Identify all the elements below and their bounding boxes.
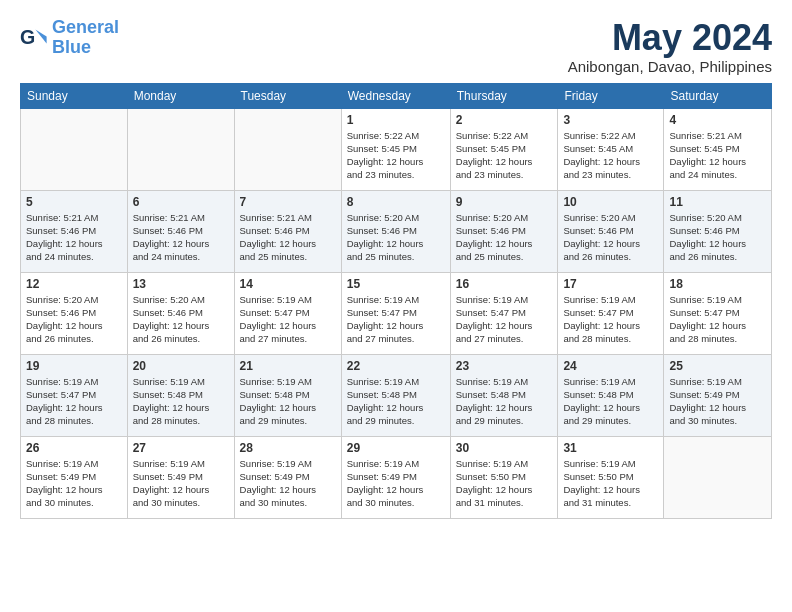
day-number: 25 [669,359,766,373]
header-row: Sunday Monday Tuesday Wednesday Thursday… [21,83,772,108]
cell-w1-d3: 1Sunrise: 5:22 AM Sunset: 5:45 PM Daylig… [341,108,450,190]
cell-w5-d5: 31Sunrise: 5:19 AM Sunset: 5:50 PM Dayli… [558,436,664,518]
calendar-table: Sunday Monday Tuesday Wednesday Thursday… [20,83,772,519]
day-number: 8 [347,195,445,209]
cell-w5-d4: 30Sunrise: 5:19 AM Sunset: 5:50 PM Dayli… [450,436,558,518]
day-number: 13 [133,277,229,291]
cell-w1-d0 [21,108,128,190]
logo-icon: G [20,24,48,52]
logo-line1: General [52,17,119,37]
cell-w5-d1: 27Sunrise: 5:19 AM Sunset: 5:49 PM Dayli… [127,436,234,518]
cell-w1-d1 [127,108,234,190]
cell-w5-d2: 28Sunrise: 5:19 AM Sunset: 5:49 PM Dayli… [234,436,341,518]
day-info: Sunrise: 5:21 AM Sunset: 5:46 PM Dayligh… [240,211,336,264]
day-number: 11 [669,195,766,209]
cell-w3-d0: 12Sunrise: 5:20 AM Sunset: 5:46 PM Dayli… [21,272,128,354]
day-number: 17 [563,277,658,291]
cell-w5-d6 [664,436,772,518]
day-info: Sunrise: 5:19 AM Sunset: 5:47 PM Dayligh… [669,293,766,346]
logo-wordmark: General Blue [52,18,119,58]
cell-w4-d4: 23Sunrise: 5:19 AM Sunset: 5:48 PM Dayli… [450,354,558,436]
day-number: 7 [240,195,336,209]
col-monday: Monday [127,83,234,108]
cell-w1-d4: 2Sunrise: 5:22 AM Sunset: 5:45 PM Daylig… [450,108,558,190]
day-number: 24 [563,359,658,373]
week-row-3: 12Sunrise: 5:20 AM Sunset: 5:46 PM Dayli… [21,272,772,354]
cell-w5-d0: 26Sunrise: 5:19 AM Sunset: 5:49 PM Dayli… [21,436,128,518]
day-number: 20 [133,359,229,373]
cell-w2-d1: 6Sunrise: 5:21 AM Sunset: 5:46 PM Daylig… [127,190,234,272]
cell-w2-d2: 7Sunrise: 5:21 AM Sunset: 5:46 PM Daylig… [234,190,341,272]
day-info: Sunrise: 5:19 AM Sunset: 5:47 PM Dayligh… [563,293,658,346]
cell-w3-d6: 18Sunrise: 5:19 AM Sunset: 5:47 PM Dayli… [664,272,772,354]
day-number: 15 [347,277,445,291]
day-number: 12 [26,277,122,291]
col-tuesday: Tuesday [234,83,341,108]
day-number: 16 [456,277,553,291]
header: G General Blue May 2024 Anibongan, Davao… [20,18,772,75]
svg-text:G: G [20,25,35,47]
cell-w4-d1: 20Sunrise: 5:19 AM Sunset: 5:48 PM Dayli… [127,354,234,436]
page: G General Blue May 2024 Anibongan, Davao… [0,0,792,612]
col-sunday: Sunday [21,83,128,108]
cell-w4-d0: 19Sunrise: 5:19 AM Sunset: 5:47 PM Dayli… [21,354,128,436]
day-info: Sunrise: 5:19 AM Sunset: 5:47 PM Dayligh… [26,375,122,428]
day-number: 2 [456,113,553,127]
cell-w5-d3: 29Sunrise: 5:19 AM Sunset: 5:49 PM Dayli… [341,436,450,518]
day-number: 10 [563,195,658,209]
cell-w3-d4: 16Sunrise: 5:19 AM Sunset: 5:47 PM Dayli… [450,272,558,354]
col-saturday: Saturday [664,83,772,108]
day-info: Sunrise: 5:22 AM Sunset: 5:45 PM Dayligh… [456,129,553,182]
day-info: Sunrise: 5:21 AM Sunset: 5:46 PM Dayligh… [26,211,122,264]
cell-w4-d5: 24Sunrise: 5:19 AM Sunset: 5:48 PM Dayli… [558,354,664,436]
day-info: Sunrise: 5:19 AM Sunset: 5:47 PM Dayligh… [240,293,336,346]
day-number: 5 [26,195,122,209]
subtitle: Anibongan, Davao, Philippines [568,58,772,75]
cell-w4-d6: 25Sunrise: 5:19 AM Sunset: 5:49 PM Dayli… [664,354,772,436]
week-row-1: 1Sunrise: 5:22 AM Sunset: 5:45 PM Daylig… [21,108,772,190]
day-number: 23 [456,359,553,373]
day-number: 9 [456,195,553,209]
day-info: Sunrise: 5:19 AM Sunset: 5:48 PM Dayligh… [347,375,445,428]
col-wednesday: Wednesday [341,83,450,108]
cell-w2-d0: 5Sunrise: 5:21 AM Sunset: 5:46 PM Daylig… [21,190,128,272]
day-number: 28 [240,441,336,455]
day-info: Sunrise: 5:22 AM Sunset: 5:45 AM Dayligh… [563,129,658,182]
day-info: Sunrise: 5:21 AM Sunset: 5:45 PM Dayligh… [669,129,766,182]
day-info: Sunrise: 5:22 AM Sunset: 5:45 PM Dayligh… [347,129,445,182]
day-number: 30 [456,441,553,455]
day-info: Sunrise: 5:19 AM Sunset: 5:49 PM Dayligh… [669,375,766,428]
day-info: Sunrise: 5:20 AM Sunset: 5:46 PM Dayligh… [563,211,658,264]
svg-marker-1 [35,29,46,43]
day-info: Sunrise: 5:19 AM Sunset: 5:48 PM Dayligh… [240,375,336,428]
day-info: Sunrise: 5:19 AM Sunset: 5:47 PM Dayligh… [347,293,445,346]
cell-w3-d1: 13Sunrise: 5:20 AM Sunset: 5:46 PM Dayli… [127,272,234,354]
title-area: May 2024 Anibongan, Davao, Philippines [568,18,772,75]
day-number: 31 [563,441,658,455]
cell-w1-d2 [234,108,341,190]
week-row-5: 26Sunrise: 5:19 AM Sunset: 5:49 PM Dayli… [21,436,772,518]
cell-w3-d3: 15Sunrise: 5:19 AM Sunset: 5:47 PM Dayli… [341,272,450,354]
cell-w1-d6: 4Sunrise: 5:21 AM Sunset: 5:45 PM Daylig… [664,108,772,190]
day-info: Sunrise: 5:19 AM Sunset: 5:50 PM Dayligh… [563,457,658,510]
cell-w4-d3: 22Sunrise: 5:19 AM Sunset: 5:48 PM Dayli… [341,354,450,436]
col-friday: Friday [558,83,664,108]
day-number: 14 [240,277,336,291]
day-number: 19 [26,359,122,373]
day-info: Sunrise: 5:19 AM Sunset: 5:48 PM Dayligh… [456,375,553,428]
day-info: Sunrise: 5:19 AM Sunset: 5:47 PM Dayligh… [456,293,553,346]
day-info: Sunrise: 5:20 AM Sunset: 5:46 PM Dayligh… [133,293,229,346]
cell-w4-d2: 21Sunrise: 5:19 AM Sunset: 5:48 PM Dayli… [234,354,341,436]
day-info: Sunrise: 5:20 AM Sunset: 5:46 PM Dayligh… [347,211,445,264]
day-info: Sunrise: 5:19 AM Sunset: 5:48 PM Dayligh… [133,375,229,428]
week-row-2: 5Sunrise: 5:21 AM Sunset: 5:46 PM Daylig… [21,190,772,272]
day-number: 6 [133,195,229,209]
logo: G General Blue [20,18,119,58]
cell-w2-d4: 9Sunrise: 5:20 AM Sunset: 5:46 PM Daylig… [450,190,558,272]
day-number: 29 [347,441,445,455]
day-number: 1 [347,113,445,127]
day-info: Sunrise: 5:21 AM Sunset: 5:46 PM Dayligh… [133,211,229,264]
day-info: Sunrise: 5:19 AM Sunset: 5:49 PM Dayligh… [240,457,336,510]
day-number: 18 [669,277,766,291]
day-number: 21 [240,359,336,373]
